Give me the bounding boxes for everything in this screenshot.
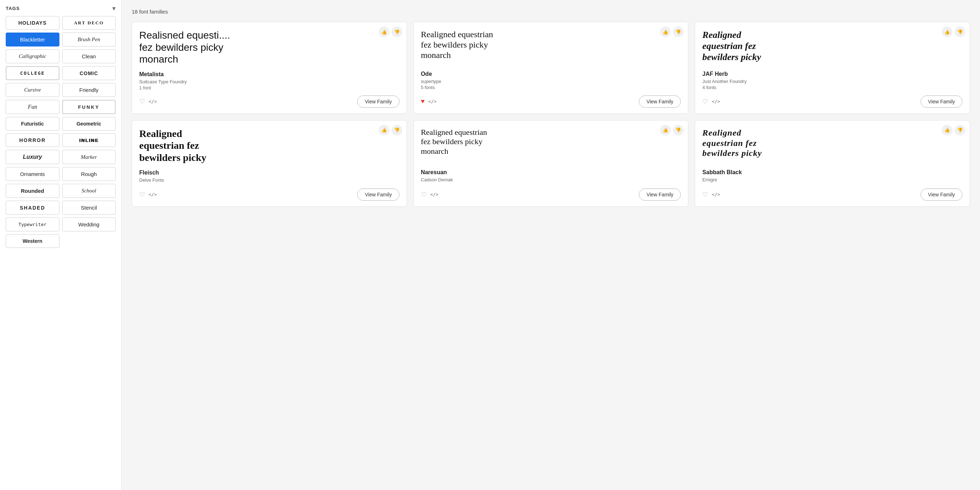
font-preview: Realigned equestrianfez bewilders pickym… — [421, 29, 681, 65]
tag-btn-blackletter[interactable]: Blackletter — [6, 33, 59, 46]
tag-btn-wedding[interactable]: Wedding — [62, 217, 116, 232]
card-bottom-actions: ♡ </> View Family — [421, 189, 681, 201]
font-foundry: Suitcase Type Foundry — [139, 79, 399, 84]
tag-btn-funky[interactable]: FUNKY — [62, 100, 116, 114]
font-name: Sabbath Black — [702, 169, 963, 176]
tag-btn-school[interactable]: School — [62, 184, 116, 198]
tag-btn-ornaments[interactable]: Ornaments — [6, 167, 59, 181]
tag-btn-cursive[interactable]: Cursive — [6, 83, 59, 97]
thumbdown-btn[interactable]: 👎 — [673, 125, 684, 136]
card-top-actions: 👍 👎 — [379, 27, 402, 37]
font-preview: Realigned equestrianfez bewilders pickym… — [421, 128, 681, 163]
font-grid: 👍 👎 Realisned equesti....fez bewilders p… — [132, 22, 970, 207]
embed-btn[interactable]: </> — [148, 99, 157, 104]
font-name: Metalista — [139, 71, 399, 78]
font-foundry: Emigre — [702, 177, 963, 182]
tag-btn-marker[interactable]: Marker — [62, 150, 116, 164]
font-name: Fleisch — [139, 170, 399, 176]
thumbdown-btn[interactable]: 👎 — [673, 27, 684, 37]
card-bottom-actions: ♡ </> View Family — [139, 189, 399, 201]
font-foundry: Cadson Demak — [421, 177, 681, 182]
tag-btn-futuristic[interactable]: Futuristic — [6, 117, 59, 130]
like-btn[interactable]: ♡ — [702, 98, 708, 106]
tag-btn-luxury[interactable]: Luxury — [6, 150, 59, 164]
thumbup-btn[interactable]: 👍 — [660, 27, 671, 37]
embed-btn[interactable]: </> — [430, 192, 439, 197]
tag-btn-geometric[interactable]: Geometric — [62, 117, 116, 130]
font-preview: Realignedequestrian fezbewilders picky — [139, 128, 399, 164]
view-family-btn[interactable]: View Family — [357, 189, 399, 201]
view-family-btn[interactable]: View Family — [921, 189, 963, 201]
embed-btn[interactable]: </> — [148, 192, 157, 197]
tag-btn-calligraphic[interactable]: Calligraphic — [6, 49, 59, 63]
embed-btn[interactable]: </> — [711, 99, 720, 104]
font-name: Ode — [421, 71, 681, 77]
tag-btn-fun[interactable]: Fun — [6, 100, 59, 114]
view-family-btn[interactable]: View Family — [921, 95, 963, 108]
tag-btn-inline[interactable]: INLINE — [62, 133, 116, 147]
tag-btn-western[interactable]: Western — [6, 234, 59, 248]
font-card-metalista: 👍 👎 Realisned equesti....fez bewilders p… — [132, 22, 407, 114]
thumbdown-btn[interactable]: 👎 — [955, 125, 965, 136]
view-family-btn[interactable]: View Family — [639, 95, 681, 108]
tag-btn-college[interactable]: COLLEGE — [6, 66, 59, 80]
card-bottom-actions: ♥ </> View Family — [421, 95, 681, 108]
thumbup-btn[interactable]: 👍 — [379, 27, 390, 37]
tags-chevron-icon[interactable]: ▾ — [112, 5, 116, 12]
tag-btn-clean[interactable]: Clean — [62, 49, 116, 63]
font-count: 4 fonts — [702, 85, 963, 90]
thumbdown-btn[interactable]: 👎 — [955, 27, 965, 37]
tags-grid: HOLIDAYSART DECOBlackletterBrush PenCall… — [6, 16, 116, 248]
view-family-btn[interactable]: View Family — [639, 189, 681, 201]
thumbup-btn[interactable]: 👍 — [660, 125, 671, 136]
font-preview: Realignedequestrian fezbewilders picky — [702, 29, 963, 65]
font-preview: Realignedequestrian fezbewilders picky — [702, 128, 963, 163]
font-card-naresuan: 👍 👎 Realigned equestrianfez bewilders pi… — [414, 120, 689, 207]
results-count: 18 font families — [132, 9, 970, 15]
tag-btn-brushpen[interactable]: Brush Pen — [62, 33, 116, 46]
like-btn[interactable]: ♡ — [139, 190, 145, 198]
like-btn[interactable]: ♡ — [421, 190, 426, 198]
tag-btn-holidays[interactable]: HOLIDAYS — [6, 16, 59, 30]
tag-btn-rounded[interactable]: Rounded — [6, 184, 59, 198]
thumbup-btn[interactable]: 👍 — [942, 27, 953, 37]
card-top-actions: 👍 👎 — [379, 125, 402, 136]
card-bottom-actions: ♡ </> View Family — [702, 189, 963, 201]
view-family-btn[interactable]: View Family — [357, 95, 399, 108]
tag-btn-horror[interactable]: HORROR — [6, 133, 59, 147]
font-card-jafherb: 👍 👎 Realignedequestrian fezbewilders pic… — [695, 22, 970, 114]
embed-btn[interactable]: </> — [711, 192, 720, 197]
font-count: 1 font — [139, 85, 399, 90]
card-bottom-actions: ♡ </> View Family — [702, 95, 963, 108]
thumbup-btn[interactable]: 👍 — [379, 125, 390, 136]
card-top-actions: 👍 👎 — [660, 27, 684, 37]
tags-label: TAGS — [6, 6, 20, 11]
tag-btn-shaded[interactable]: SHADED — [6, 201, 59, 215]
thumbup-btn[interactable]: 👍 — [942, 125, 953, 136]
tag-btn-artdeco[interactable]: ART DECO — [62, 16, 116, 30]
tag-btn-friendly[interactable]: Friendly — [62, 83, 116, 97]
main-content: 18 font families 👍 👎 Realisned equesti..… — [122, 0, 980, 490]
tag-btn-rough[interactable]: Rough — [62, 167, 116, 181]
card-bottom-actions: ♡ </> View Family — [139, 95, 399, 108]
tag-btn-comic[interactable]: COMIC — [62, 66, 116, 80]
thumbdown-btn[interactable]: 👎 — [391, 27, 402, 37]
font-name: JAF Herb — [702, 71, 963, 77]
sidebar: TAGS ▾ HOLIDAYSART DECOBlackletterBrush … — [0, 0, 122, 490]
font-name: Naresuan — [421, 169, 681, 176]
font-card-sabbath: 👍 👎 Realignedequestrian fezbewilders pic… — [695, 120, 970, 207]
font-foundry: supertype — [421, 79, 681, 84]
font-card-fleisch: 👍 👎 Realignedequestrian fezbewilders pic… — [132, 120, 407, 207]
thumbdown-btn[interactable]: 👎 — [391, 125, 402, 136]
tag-btn-typewriter[interactable]: Typewriter — [6, 217, 59, 232]
card-top-actions: 👍 👎 — [942, 27, 965, 37]
like-btn[interactable]: ♥ — [421, 98, 425, 105]
embed-btn[interactable]: </> — [428, 99, 436, 104]
like-btn[interactable]: ♡ — [702, 190, 708, 198]
card-top-actions: 👍 👎 — [660, 125, 684, 136]
card-top-actions: 👍 👎 — [942, 125, 965, 136]
font-foundry: Delve Fonts — [139, 178, 399, 183]
like-btn[interactable]: ♡ — [139, 98, 145, 106]
font-foundry: Just Another Foundry — [702, 79, 963, 84]
tag-btn-stencil[interactable]: Stencil — [62, 201, 116, 215]
